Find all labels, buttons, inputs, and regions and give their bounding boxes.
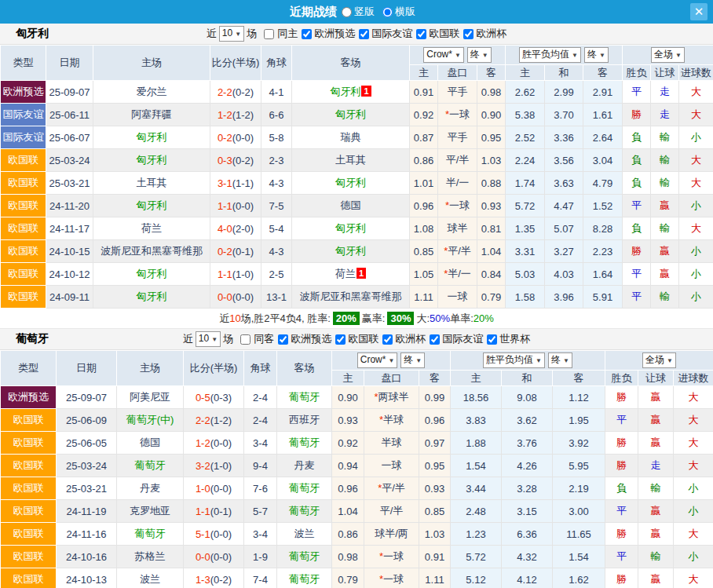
away-team-name: 葡萄牙 xyxy=(289,436,320,448)
sub-avg-home-header: 主 xyxy=(451,371,502,386)
layout-horizontal-option[interactable]: 横版 xyxy=(382,5,415,19)
halftime-score: (1-1) xyxy=(232,177,254,189)
final-avg-select[interactable]: 终▼ xyxy=(548,352,572,368)
score-cell: 5-1(0-0) xyxy=(184,523,244,546)
goals-verdict-text: 小 xyxy=(689,505,699,517)
match-count-select[interactable]: 10▼ xyxy=(219,26,244,42)
corner-count: 4-1 xyxy=(261,81,292,104)
result-verdict: 勝 xyxy=(605,523,638,546)
home-team-name: 爱尔兰 xyxy=(137,86,167,97)
vertical-radio[interactable] xyxy=(342,7,352,17)
avg-away-odds: 1.61 xyxy=(583,104,623,126)
avg-away-odds: 1.64 xyxy=(583,263,623,286)
home-team: 荷兰 xyxy=(93,217,210,240)
away-team-name: 匈牙利 xyxy=(335,245,366,257)
fulltime-select[interactable]: 全场▼ xyxy=(651,47,685,63)
home-team: 丹麦 xyxy=(117,477,184,500)
competition-checkbox-2[interactable] xyxy=(416,29,426,39)
away-team-name: 匈牙利 xyxy=(335,177,366,188)
competition-checkbox-4[interactable] xyxy=(487,334,497,345)
handicap-verdict: 贏 xyxy=(651,240,679,263)
result-verdict-text: 平 xyxy=(616,414,627,425)
final-odds-select-value: 终 xyxy=(404,354,413,365)
same-venue-checkbox[interactable] xyxy=(264,29,274,39)
same-venue-checkbox[interactable] xyxy=(240,334,250,345)
away-team: 匈牙利 xyxy=(292,172,410,195)
league-badge: 欧国联 xyxy=(1,217,46,240)
match-date: 24-11-20 xyxy=(46,195,93,217)
halftime-score: (0-1) xyxy=(232,246,254,257)
competition-checkbox-3[interactable] xyxy=(430,334,440,345)
away-team: 波斯尼亚和黑塞哥维那 xyxy=(292,286,410,309)
halftime-score: (1-2) xyxy=(210,415,232,426)
competition-checkbox-3[interactable] xyxy=(463,29,474,39)
avg-away-odds: 5.91 xyxy=(583,286,623,309)
handicap-text: 半/一 xyxy=(448,268,471,279)
final-odds-select[interactable]: 终▼ xyxy=(467,47,492,63)
score-cell: 0-5(0-3) xyxy=(184,386,244,409)
match-date: 25-03-24 xyxy=(46,149,93,172)
horizontal-radio[interactable] xyxy=(382,7,393,17)
chevron-down-icon: ▼ xyxy=(482,52,488,59)
match-count-select-value: 10 xyxy=(199,333,209,344)
col-corner-header: 角球 xyxy=(261,46,292,81)
handicap-text: 球半/两 xyxy=(375,528,408,539)
corner-count: 13-1 xyxy=(261,286,292,309)
league-badge: 欧国联 xyxy=(1,500,57,523)
col-home-header: 主场 xyxy=(93,46,210,81)
fulltime-select-value: 全场 xyxy=(645,354,664,365)
bookmaker-select[interactable]: Crow*▼ xyxy=(357,352,398,368)
away-rank-badge: 1 xyxy=(361,86,371,97)
competition-checkbox-2[interactable] xyxy=(382,334,393,345)
result-verdict-text: 負 xyxy=(631,154,642,166)
handicap-verdict: 贏 xyxy=(638,500,674,523)
home-odds: 0.86 xyxy=(332,523,364,546)
avg-draw-odds: 4.12 xyxy=(502,568,553,588)
bookmaker-select[interactable]: Crow*▼ xyxy=(423,47,464,63)
match-row: 国际友谊25-06-11阿塞拜疆1-2(1-2)6-6匈牙利0.92*一球0.9… xyxy=(1,104,713,126)
close-button[interactable]: ✕ xyxy=(690,3,708,20)
avg-away-odds: 1.95 xyxy=(553,409,605,432)
score-cell: 1-1(1-0) xyxy=(210,263,261,286)
final-avg-select[interactable]: 终▼ xyxy=(584,47,609,63)
avg-draw-odds: 3.15 xyxy=(502,500,553,523)
result-verdict: 勝 xyxy=(605,386,638,409)
summary-segment-1: 10 xyxy=(229,312,240,324)
team-section-portugal: 葡萄牙近10▼场同客欧洲预选欧国联欧洲杯国际友谊世界杯类型日期主场比分(半场)角… xyxy=(0,329,713,588)
handicap-line: 一球 xyxy=(364,455,419,477)
fulltime-score: 1-3 xyxy=(196,574,210,586)
final-odds-select[interactable]: 终▼ xyxy=(400,352,425,368)
match-row: 欧洲预选25-09-07阿美尼亚0-5(0-3)2-4葡萄牙0.90*两球半0.… xyxy=(1,386,713,409)
fulltime-score: 1-2 xyxy=(218,109,232,121)
goals-verdict: 小 xyxy=(679,195,713,217)
match-row: 欧国联24-10-15波斯尼亚和黑塞哥维那0-2(0-1)4-3匈牙利0.85*… xyxy=(1,240,713,263)
match-count-select[interactable]: 10▼ xyxy=(196,331,221,347)
competition-checkbox-0[interactable] xyxy=(278,334,288,345)
avg-odds-select[interactable]: 胜平负均值▼ xyxy=(483,352,545,368)
goals-verdict-text: 大 xyxy=(691,154,701,166)
league-badge: 国际友谊 xyxy=(1,126,46,149)
competition-checkbox-1[interactable] xyxy=(335,334,346,345)
team-title: 葡萄牙 xyxy=(16,332,49,346)
result-verdict: 負 xyxy=(623,149,651,172)
home-team: 匈牙利 xyxy=(93,149,210,172)
goals-verdict: 小 xyxy=(679,240,713,263)
col-handicap-result-header: 让球 xyxy=(651,65,679,81)
result-verdict: 負 xyxy=(605,477,638,500)
col-away-header: 客场 xyxy=(292,46,410,81)
competition-checkbox-0[interactable] xyxy=(302,29,312,39)
sub-away-header: 客 xyxy=(419,371,451,386)
away-team: 匈牙利1 xyxy=(292,81,410,104)
home-team: 阿美尼亚 xyxy=(117,386,184,409)
header-select-row: 类型日期主场比分(半场)角球客场Crow*▼终▼胜平负均值▼终▼全场▼ xyxy=(1,46,713,65)
layout-vertical-option[interactable]: 竖版 xyxy=(342,5,375,19)
league-badge: 欧国联 xyxy=(1,263,46,286)
score-cell: 1-0(0-0) xyxy=(184,477,244,500)
competition-checkbox-1[interactable] xyxy=(359,29,369,39)
away-team-name: 荷兰 xyxy=(335,268,356,279)
fulltime-score: 1-2 xyxy=(196,437,210,449)
avg-away-odds: 2.23 xyxy=(583,240,623,263)
matches-label: 场 xyxy=(247,27,257,41)
fulltime-select[interactable]: 全场▼ xyxy=(642,352,676,368)
avg-odds-select[interactable]: 胜平负均值▼ xyxy=(519,47,581,63)
